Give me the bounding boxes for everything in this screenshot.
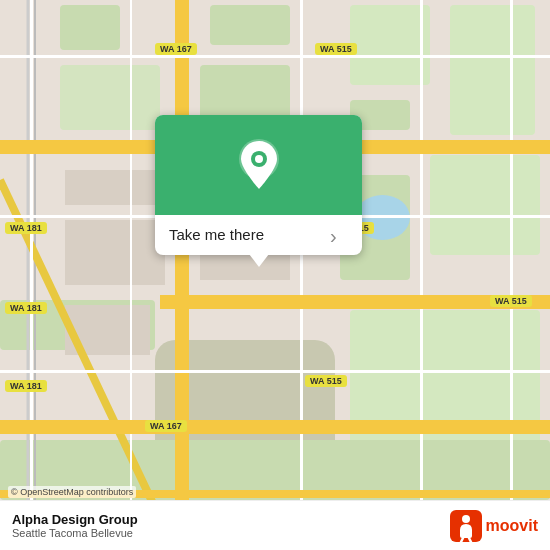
road-highway — [0, 420, 550, 434]
road — [30, 0, 33, 550]
location-info: Alpha Design Group Seattle Tacoma Bellev… — [12, 512, 138, 539]
moovit-logo: moovit — [450, 510, 538, 542]
road-highway — [175, 0, 189, 550]
svg-point-7 — [462, 515, 470, 523]
road-label-wa515-top: WA 515 — [315, 43, 357, 55]
road — [420, 0, 423, 550]
road-label-wa181-3: WA 181 — [5, 380, 47, 392]
road-label-wa515-right: WA 515 — [490, 295, 532, 307]
road-label-wa181-2: WA 181 — [5, 302, 47, 314]
road — [0, 55, 550, 58]
road-label-wa167-bottom: WA 167 — [145, 420, 187, 432]
svg-point-5 — [255, 155, 263, 163]
take-me-there-button[interactable]: Take me there — [169, 226, 264, 243]
road — [130, 0, 132, 550]
road-label-wa167-top: WA 167 — [155, 43, 197, 55]
popup-action-area[interactable]: Take me there › — [155, 215, 362, 255]
popup-card[interactable]: Take me there › — [155, 115, 362, 255]
location-subtext: Seattle Tacoma Bellevue — [12, 527, 138, 539]
road-label-wa181-1: WA 181 — [5, 222, 47, 234]
moovit-icon — [450, 510, 482, 542]
road — [300, 0, 303, 550]
arrow-icon: › — [330, 225, 348, 243]
location-pin-icon — [238, 139, 280, 191]
moovit-text: moovit — [486, 517, 538, 535]
location-name: Alpha Design Group — [12, 512, 138, 527]
road-label-wa515-lower: WA 515 — [305, 375, 347, 387]
map-container: WA 167 WA 515 WA 181 WA 515 WA 181 WA 51… — [0, 0, 550, 550]
road — [0, 370, 550, 373]
popup-map-preview — [155, 115, 362, 215]
diagonal-road — [0, 0, 550, 550]
road — [510, 0, 513, 550]
map-copyright: © OpenStreetMap contributors — [8, 486, 136, 498]
bottom-bar: Alpha Design Group Seattle Tacoma Bellev… — [0, 500, 550, 550]
